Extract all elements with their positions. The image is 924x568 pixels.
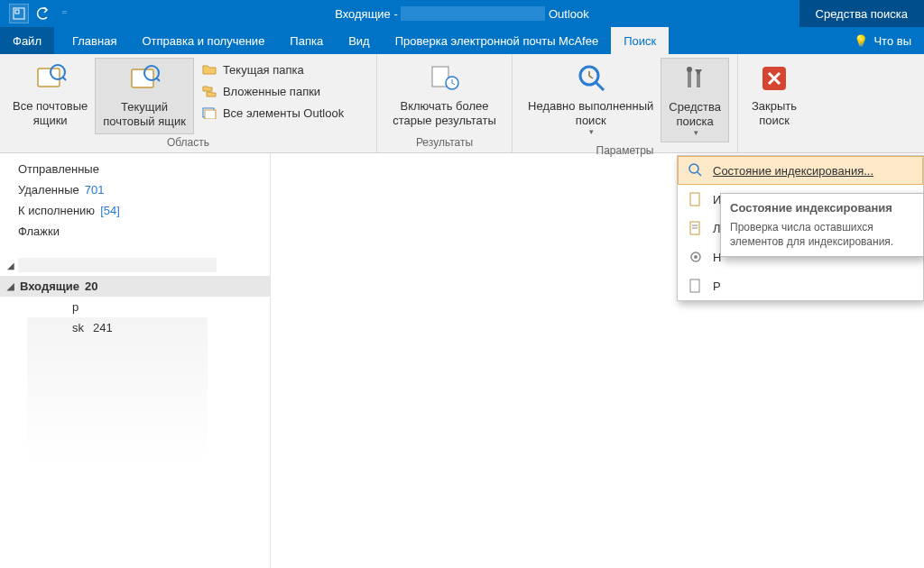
search-tools-button[interactable]: Средства поиска▾ [661, 58, 729, 142]
all-mailboxes-label: Все почтовые ящики [13, 99, 88, 127]
sidebar-item-inbox[interactable]: ◢ Входящие 20 [0, 276, 270, 297]
window-icon[interactable] [9, 4, 29, 23]
group-options: Недавно выполненный поиск▾ Средства поис… [513, 54, 738, 152]
sidebar-item-flags[interactable]: Флажки [0, 221, 270, 242]
ribbon-tabs: Файл Главная Отправка и получение Папка … [0, 27, 924, 54]
gear-icon [688, 249, 704, 265]
menu-item-5-label: Р [713, 279, 721, 293]
subfolder-2-suffix: sk [72, 321, 84, 334]
flags-label: Флажки [18, 224, 60, 238]
inbox-label: Входящие [20, 279, 79, 293]
svg-rect-9 [205, 110, 216, 119]
recent-search-icon [574, 61, 608, 96]
search-status-icon [688, 162, 704, 179]
svg-rect-2 [38, 69, 60, 87]
subfolders-label: Вложенные папки [223, 85, 320, 98]
inbox-count: 20 [85, 279, 97, 293]
svg-point-16 [687, 67, 692, 72]
older-results-icon [428, 61, 462, 96]
tab-send-receive[interactable]: Отправка и получение [129, 27, 277, 54]
sidebar-item-deleted[interactable]: Удаленные 701 [0, 179, 270, 200]
svg-rect-5 [132, 69, 153, 87]
close-search-label: Закрыть поиск [752, 99, 797, 127]
tooltip-title: Состояние индексирования [730, 201, 914, 215]
group-close-label [738, 134, 810, 152]
group-results: Включать более старые результаты Результ… [377, 54, 513, 152]
search-tools-label: Средства поиска [669, 100, 721, 128]
tab-search[interactable]: Поиск [611, 27, 669, 54]
svg-point-18 [689, 164, 698, 173]
tell-me[interactable]: 💡 Что вы [841, 27, 924, 54]
svg-line-7 [156, 78, 160, 81]
lightbulb-icon: 💡 [854, 34, 868, 48]
folder-icon [201, 61, 217, 78]
tooltip: Состояние индексирования Проверка числа … [720, 193, 924, 257]
svg-point-25 [694, 255, 698, 259]
subfolder-2-count: 241 [93, 321, 113, 334]
mailbox-current-icon [127, 62, 162, 96]
svg-line-4 [62, 77, 66, 80]
account-section: ◢ ◢ Входящие 20 x р sk 241 [0, 254, 270, 462]
current-folder-button[interactable]: Текущая папка [198, 60, 347, 79]
menu-item-5[interactable]: Р [678, 271, 923, 300]
all-mailboxes-button[interactable]: Все почтовые ящики [5, 58, 95, 134]
indexing-status-label: Состояние индексирования... [713, 164, 873, 178]
account-header[interactable]: ◢ [0, 254, 270, 276]
tab-file[interactable]: Файл [0, 27, 54, 54]
deleted-label: Удаленные [18, 183, 79, 197]
tab-folder[interactable]: Папка [277, 27, 336, 54]
group-scope-label: Область [0, 134, 376, 152]
followup-count: [54] [100, 204, 120, 217]
sidebar-item-sent[interactable]: Отправленные [0, 159, 270, 179]
current-mailbox-label: Текущий почтовый ящик [103, 100, 186, 128]
followup-label: К исполнению [18, 204, 95, 217]
window-title: Входящие - Outlook [0, 6, 924, 22]
sent-label: Отправленные [18, 162, 99, 176]
contextual-tab-search-tools[interactable]: Средства поиска [799, 0, 924, 27]
subfolders-button[interactable]: Вложенные папки [198, 81, 347, 101]
tab-mcafee[interactable]: Проверка электронной почты McAfee [383, 27, 611, 54]
svg-line-13 [596, 82, 604, 90]
current-mailbox-button[interactable]: Текущий почтовый ящик [95, 58, 194, 134]
menu-item-indexing-status[interactable]: Состояние индексирования... [678, 156, 923, 185]
list-icon [688, 220, 704, 236]
svg-rect-1 [15, 10, 19, 14]
qat-dropdown-icon[interactable]: ⁼ [60, 7, 69, 21]
mailbox-icon [33, 61, 68, 96]
svg-rect-20 [690, 193, 699, 206]
deleted-count: 701 [85, 183, 105, 197]
all-outlook-items-button[interactable]: Все элементы Outlook [198, 103, 347, 123]
recent-searches-button[interactable]: Недавно выполненный поиск▾ [521, 58, 661, 142]
tab-view[interactable]: Вид [336, 27, 383, 54]
current-folder-label: Текущая папка [223, 63, 304, 77]
titlebar: ⁼ Входящие - Outlook Средства поиска [0, 0, 924, 27]
close-icon [757, 61, 791, 96]
ribbon: Все почтовые ящики Текущий почтовый ящик… [0, 54, 924, 153]
include-older-button[interactable]: Включать более старые результаты [385, 58, 504, 134]
chevron-down-icon: ▾ [694, 128, 698, 138]
svg-line-19 [698, 172, 701, 176]
undo-icon[interactable] [36, 7, 52, 20]
chevron-down-icon: ▾ [589, 127, 594, 137]
group-results-label: Результаты [377, 134, 512, 152]
recent-searches-label: Недавно выполненный поиск [528, 99, 653, 127]
collapse-icon: ◢ [7, 281, 14, 291]
outlook-items-icon [201, 105, 217, 121]
group-scope: Все почтовые ящики Текущий почтовый ящик… [0, 54, 377, 152]
tooltip-body: Проверка числа оставшихся элементов для … [730, 220, 914, 249]
quick-access-toolbar: ⁼ [0, 4, 69, 23]
sidebar-item-followup[interactable]: К исполнению [54] [0, 200, 270, 221]
subfolders-icon [201, 83, 217, 99]
page-icon [688, 278, 704, 294]
tab-home[interactable]: Главная [60, 27, 129, 54]
tools-icon [678, 62, 712, 96]
collapse-icon: ◢ [7, 261, 14, 270]
include-older-label: Включать более старые результаты [393, 99, 496, 127]
subfolder-1-suffix: р [72, 300, 79, 314]
group-close: Закрыть поиск [738, 54, 810, 152]
document-icon [688, 191, 704, 207]
account-name-mask [18, 258, 217, 272]
svg-rect-26 [690, 279, 699, 292]
close-search-button[interactable]: Закрыть поиск [744, 58, 804, 134]
all-outlook-label: Все элементы Outlook [223, 106, 344, 120]
